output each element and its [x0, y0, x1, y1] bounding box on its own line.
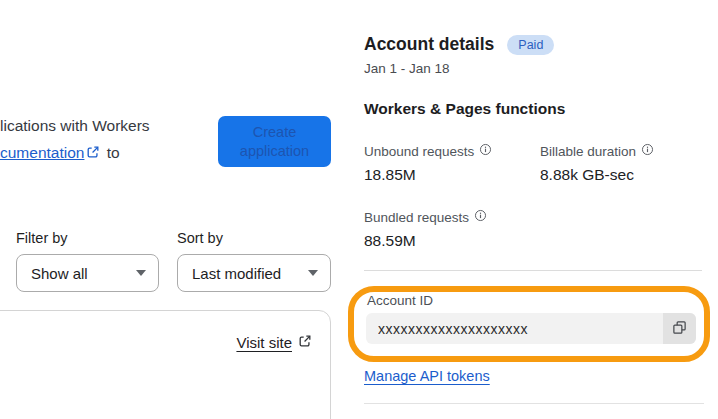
- documentation-link[interactable]: cumentation: [0, 144, 84, 161]
- intro-suffix: to: [107, 144, 120, 161]
- functions-section-title: Workers & Pages functions: [364, 100, 565, 118]
- account-details-title: Account details: [364, 34, 494, 55]
- paid-plan-badge: Paid: [507, 35, 554, 55]
- divider: [364, 270, 702, 271]
- intro-line1: lications with Workers: [0, 117, 150, 134]
- divider: [364, 403, 704, 404]
- account-id-label: Account ID: [367, 293, 433, 308]
- account-details-header: Account details Paid: [364, 34, 554, 55]
- billable-duration-label: Billable duration: [540, 143, 654, 159]
- account-id-input[interactable]: [366, 313, 663, 344]
- filter-select-value: Show all: [31, 265, 88, 282]
- info-icon[interactable]: [479, 143, 492, 159]
- billable-duration-value: 8.88k GB-sec: [540, 166, 634, 184]
- chevron-down-icon: [308, 270, 318, 276]
- visit-site-link[interactable]: Visit site: [236, 334, 312, 351]
- filter-by-label: Filter by: [16, 230, 68, 246]
- external-link-icon: [298, 334, 312, 351]
- site-card: Visit site: [0, 310, 331, 419]
- unbound-requests-value: 18.85M: [364, 166, 416, 184]
- sort-select[interactable]: Last modified: [177, 254, 331, 292]
- external-link-icon: [86, 140, 100, 167]
- manage-api-tokens-link[interactable]: Manage API tokens: [364, 368, 490, 384]
- sort-select-value: Last modified: [192, 265, 281, 282]
- sort-by-label: Sort by: [177, 230, 223, 246]
- copy-icon: [672, 320, 687, 338]
- account-id-field: [366, 313, 696, 344]
- visit-site-label: Visit site: [236, 334, 292, 351]
- info-icon[interactable]: [474, 209, 487, 225]
- chevron-down-icon: [136, 270, 146, 276]
- intro-text: lications with Workers cumentation to: [0, 112, 225, 167]
- bundled-requests-value: 88.59M: [364, 232, 416, 250]
- filter-select[interactable]: Show all: [16, 254, 159, 292]
- bundled-requests-label: Bundled requests: [364, 209, 487, 225]
- info-icon[interactable]: [641, 143, 654, 159]
- unbound-requests-label: Unbound requests: [364, 143, 492, 159]
- date-range: Jan 1 - Jan 18: [364, 61, 450, 76]
- workers-pages-dashboard: lications with Workers cumentation to Cr…: [0, 0, 718, 419]
- create-application-button[interactable]: Create application: [218, 116, 331, 167]
- copy-account-id-button[interactable]: [663, 313, 696, 344]
